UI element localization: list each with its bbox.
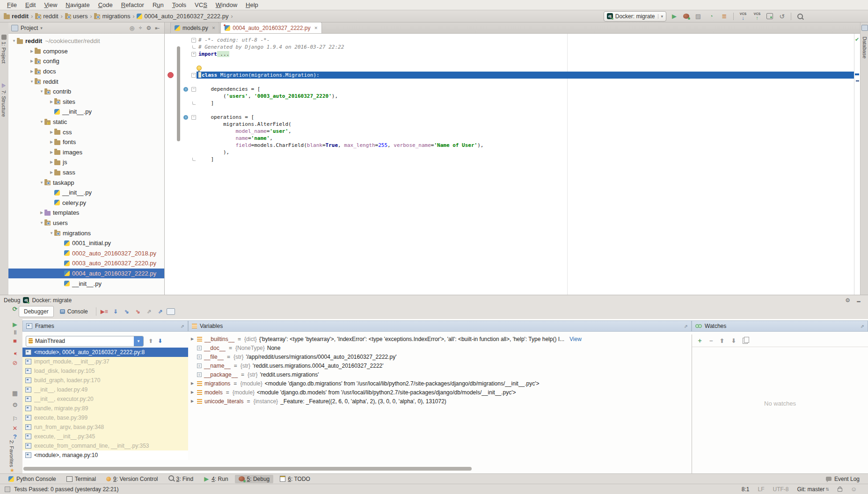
chevron-right-icon[interactable]: ▶: [49, 170, 54, 174]
evaluate-expression-icon[interactable]: [167, 308, 175, 315]
fold-collapse-icon[interactable]: −: [191, 87, 196, 92]
code-line-6[interactable]: −class Migration(migrations.Migration):: [165, 72, 854, 79]
toolwindow-button-3-find[interactable]: 3: Find: [165, 474, 197, 483]
inspection-stripe[interactable]: ✔: [854, 34, 860, 295]
sidebar-item-favorites[interactable]: 2: Favorites: [9, 440, 15, 467]
settings-button[interactable]: ⚙: [10, 400, 20, 409]
pin-tab-button[interactable]: ⚐: [10, 414, 20, 423]
frame-row[interactable]: __init__, loader.py:49: [22, 385, 188, 394]
tree-item-0003-auto-20160327-2220-py[interactable]: 0003_auto_20160327_2220.py: [8, 258, 164, 269]
tree-item-0001-initial-py[interactable]: 0001_initial.py: [8, 238, 164, 248]
chevron-right-icon[interactable]: ▶: [49, 150, 54, 154]
chevron-down-icon[interactable]: ▼: [39, 181, 44, 185]
show-execution-point-icon[interactable]: ▶≡: [99, 308, 109, 315]
remove-watch-button[interactable]: −: [709, 337, 713, 344]
execution-line-marker[interactable]: [855, 73, 859, 75]
frame-row[interactable]: <module>, manage.py:10: [22, 450, 188, 460]
view-breakpoints-button[interactable]: ●:: [10, 349, 20, 357]
hide-panel-icon[interactable]: 🗕: [856, 297, 861, 304]
tree-item-sass[interactable]: ▶sass: [8, 167, 164, 178]
code-line-13[interactable]: migrations.AlterField(: [165, 121, 854, 128]
expand-icon[interactable]: ▶: [190, 399, 195, 403]
menu-vcs[interactable]: VCS: [190, 1, 212, 8]
chevron-down-icon[interactable]: ▼: [11, 39, 17, 43]
gutter-marker-icon[interactable]: ↑: [183, 87, 188, 92]
code-line-12[interactable]: ↑− operations = [: [165, 114, 854, 121]
pause-button[interactable]: ‖: [10, 328, 20, 336]
editor-tab-0004-auto-20160327-2222-py[interactable]: 0004_auto_20160327_2222.py✕: [220, 22, 322, 33]
add-watch-button[interactable]: ＋: [697, 336, 703, 345]
code-line-4[interactable]: [165, 58, 854, 65]
step-over-icon[interactable]: ⇓: [110, 308, 121, 315]
editor-tab-models-py[interactable]: models.py✕: [170, 22, 219, 33]
tree-item--init-py[interactable]: __init__.py: [8, 278, 164, 289]
hector-icon[interactable]: ☺: [851, 486, 857, 493]
toolwindow-button-4-run[interactable]: 4: Run: [200, 474, 232, 484]
chevron-right-icon[interactable]: ▶: [49, 140, 54, 144]
frame-row[interactable]: <module>, 0004_auto_20160327_2222.py:8: [22, 348, 188, 357]
float-panel-icon[interactable]: ⇗: [181, 324, 184, 329]
menu-code[interactable]: Code: [94, 1, 117, 8]
tree-item-static[interactable]: ▼static: [8, 117, 164, 127]
intention-bulb-icon[interactable]: [197, 65, 202, 71]
chevron-right-icon[interactable]: ▶: [29, 69, 35, 73]
code-line-17[interactable]: ),: [165, 149, 854, 156]
concurrency-icon[interactable]: [720, 12, 729, 21]
fold-expand-icon[interactable]: +: [191, 52, 196, 57]
sidebar-item-database[interactable]: Database: [862, 36, 868, 58]
close-icon[interactable]: ✕: [314, 26, 318, 30]
project-panel-title[interactable]: Project ▾: [11, 25, 128, 31]
breadcrumb-item[interactable]: migrations: [94, 13, 130, 20]
chevron-right-icon[interactable]: ▶: [49, 100, 54, 104]
chevron-down-icon[interactable]: ▼: [39, 89, 44, 94]
chevron-right-icon[interactable]: ▶: [39, 211, 44, 215]
code-line-16[interactable]: field=models.CharField(blank=True, max_l…: [165, 142, 854, 149]
sidebar-item-structure[interactable]: ⟁7: Structure: [1, 83, 7, 117]
tree-item-css[interactable]: ▶css: [8, 127, 164, 137]
variable-row-name[interactable]: ≡__name__={str}'reddit.users.migrations.…: [188, 361, 692, 370]
run-config-selector[interactable]: dj Docker: migrate ▾: [604, 11, 666, 22]
tree-item-0002-auto-20160327-2018-py[interactable]: 0002_auto_20160327_2018.py: [8, 248, 164, 258]
file-encoding[interactable]: UTF-8: [773, 486, 788, 493]
toolwindow-button-6-todo[interactable]: 6: TODO: [276, 475, 314, 483]
code-line-9[interactable]: ('users', '0003_auto_20160327_2220'),: [165, 93, 854, 100]
tree-item-docs[interactable]: ▶docs: [8, 66, 164, 77]
tree-item-fonts[interactable]: ▶fonts: [8, 137, 164, 147]
gear-icon[interactable]: ⚙: [145, 25, 153, 31]
gear-icon[interactable]: ⚙: [845, 297, 850, 304]
toolwindow-button-python-console[interactable]: Python Console: [5, 475, 60, 483]
tree-item-migrations[interactable]: ▼migrations: [8, 228, 164, 238]
tree-item--init-py[interactable]: __init__.py: [8, 188, 164, 198]
move-down-button[interactable]: ⬇: [731, 337, 737, 344]
mute-breakpoints-button[interactable]: ⊘: [10, 358, 20, 367]
status-message[interactable]: Tests Passed: 0 passed (yesterday 22:21): [14, 486, 118, 493]
run-icon[interactable]: [670, 12, 678, 21]
tab-debugger[interactable]: Debugger: [19, 306, 54, 317]
horizontal-scrollbar[interactable]: [23, 467, 472, 471]
chevron-down-icon[interactable]: ▼: [49, 231, 54, 235]
next-frame-button[interactable]: ⬇: [158, 338, 162, 344]
menu-refactor[interactable]: Refactor: [117, 1, 148, 8]
step-into-icon[interactable]: ⇘: [122, 308, 132, 315]
gutter-marker-icon[interactable]: ↑: [183, 115, 188, 120]
frame-row[interactable]: import_module, __init__.py:37: [22, 357, 188, 366]
move-up-button[interactable]: ⬆: [720, 337, 725, 344]
expand-icon[interactable]: ▶: [190, 337, 195, 341]
breadcrumb-item[interactable]: 0004_auto_20160327_2222.py: [137, 13, 228, 20]
tree-item-celery-py[interactable]: celery.py: [8, 198, 164, 208]
float-panel-icon[interactable]: ⇗: [684, 324, 688, 329]
frame-row[interactable]: run_from_argv, base.py:348: [22, 422, 188, 432]
coverage-icon[interactable]: [694, 12, 702, 21]
locate-icon[interactable]: ◎: [128, 25, 136, 31]
breakpoint-icon[interactable]: [168, 72, 174, 78]
code-line-1[interactable]: −# -*- coding: utf-8 -*-: [165, 36, 854, 44]
tree-item-0004-auto-20160327-2222-py[interactable]: 0004_auto_20160327_2222.py: [8, 269, 164, 279]
menu-run[interactable]: Run: [148, 1, 168, 8]
float-panel-icon[interactable]: ⇗: [861, 324, 864, 329]
step-out-icon[interactable]: ⇗: [144, 308, 154, 315]
frame-row[interactable]: load_disk, loader.py:105: [22, 366, 188, 376]
profiler-icon[interactable]: [707, 12, 715, 21]
chevron-right-icon[interactable]: ▶: [29, 59, 35, 63]
sidebar-item-project[interactable]: 1: Project: [1, 35, 7, 63]
tree-item-compose[interactable]: ▶compose: [8, 46, 164, 57]
